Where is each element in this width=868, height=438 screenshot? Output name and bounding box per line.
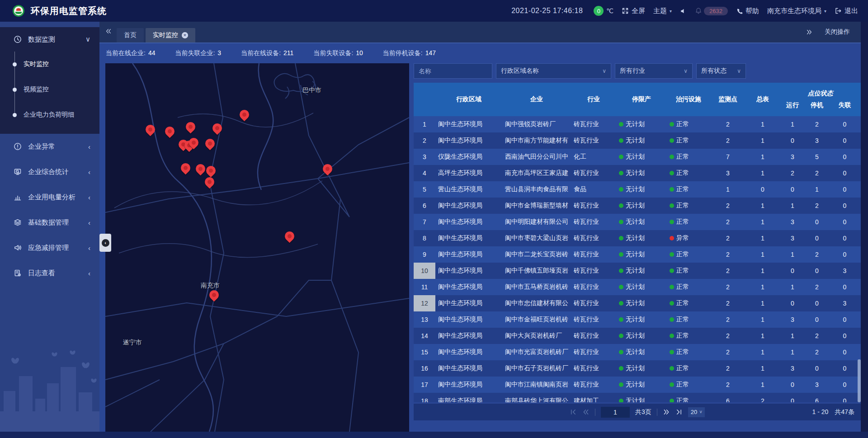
enterprise-cell: 阆中市金博瑞新型墙材	[502, 198, 571, 214]
table-row[interactable]: 7阆中生态环境局阆中明阳建材有限公司砖瓦行业无计划正常21300	[414, 214, 861, 230]
table-row[interactable]: 15阆中生态环境局阆中市光富页岩机砖厂砖瓦行业无计划正常21120	[414, 344, 861, 360]
lost-cell: 0	[829, 116, 861, 132]
stop-cell: 0	[805, 230, 829, 246]
stat-value: 3	[217, 49, 221, 57]
facility-status-cell: 正常	[667, 246, 710, 263]
lost-cell: 0	[829, 230, 861, 246]
temperature-unit: ℃	[606, 7, 613, 14]
page-size-select[interactable]: 20 ˅	[688, 407, 705, 417]
table-scrollbar-thumb[interactable]	[858, 359, 861, 402]
column-header-industry: 行业	[571, 83, 616, 116]
table-row[interactable]: 5营山生态环境局营山县润丰肉食品有限食品无计划正常10010	[414, 181, 861, 198]
next-page-button[interactable]	[663, 409, 670, 415]
table-row[interactable]: 14阆中生态环境局阆中大兴页岩机砖厂砖瓦行业无计划正常21120	[414, 328, 861, 344]
chevron-collapsed-icon: ‹	[88, 269, 90, 277]
tab-close-icon[interactable]: ✕	[182, 32, 188, 38]
run-cell: 3	[780, 311, 805, 328]
region-cell: 南部生态环境局	[435, 393, 502, 402]
sidebar-subitem[interactable]: 企业电力负荷明细	[0, 102, 99, 127]
table-row[interactable]: 8阆中生态环境局阆中市枣碧大梁山页岩砖瓦行业无计划异常21300	[414, 230, 861, 246]
table-row[interactable]: 11阆中生态环境局阆中市五马桥页岩机砖砖瓦行业无计划正常21120	[414, 279, 861, 295]
lost-cell: 0	[829, 377, 861, 393]
industry-filter-select[interactable]: 所有行业 ∨	[615, 63, 693, 79]
first-page-button[interactable]	[570, 409, 577, 415]
table-row[interactable]: 3仪陇生态环境局西南油气田分公司川中化工无计划正常71350	[414, 149, 861, 165]
table-row[interactable]: 10阆中生态环境局阆中千佛镇五郎垭页岩砖瓦行业无计划正常21003	[414, 263, 861, 279]
stop-cell: 0	[805, 295, 829, 311]
table-row[interactable]: 13阆中生态环境局阆中市金福旺页岩机砖砖瓦行业无计划正常21300	[414, 311, 861, 328]
status-dot-icon	[670, 366, 674, 371]
table-row[interactable]: 2阆中生态环境局阆中市南方节能建材有砖瓦行业无计划正常21030	[414, 132, 861, 149]
industry-cell: 砖瓦行业	[571, 263, 616, 279]
stop-cell: 0	[805, 311, 829, 328]
sidebar-item-board[interactable]: 企业综合统计‹	[0, 159, 99, 184]
chevron-down-icon: ▾	[670, 9, 672, 14]
run-cell: 1	[780, 198, 805, 214]
points-cell: 2	[710, 230, 745, 246]
sidebar-item-chart[interactable]: 企业用电量分析‹	[0, 184, 99, 210]
tab-item[interactable]: 首页	[117, 28, 144, 42]
map-collapse-handle[interactable]: ‹	[99, 234, 111, 252]
close-operations-button[interactable]: 关闭操作	[825, 28, 850, 36]
region-cell: 仪陇生态环境局	[435, 149, 502, 165]
table-row[interactable]: 12阆中生态环境局阆中市忠信建材有限公砖瓦行业无计划正常21003	[414, 295, 861, 311]
table-row[interactable]: 16阆中生态环境局阆中市石子页岩机砖厂砖瓦行业无计划正常21300	[414, 360, 861, 377]
region-filter-select[interactable]: 行政区域名称 ∨	[496, 63, 611, 79]
sidebar-item-log[interactable]: 日志查看‹	[0, 260, 99, 286]
row-number-cell: 8	[414, 230, 435, 246]
notification-count-badge: 2632	[704, 7, 728, 15]
table-row[interactable]: 18南部生态环境局南部县砖华上河有限公建材加工无计划正常62060	[414, 393, 861, 402]
sidebar-subitem[interactable]: 视频监控	[0, 77, 99, 102]
stop-cell: 2	[805, 165, 829, 181]
table-row[interactable]: 4高坪生态环境局南充市高坪区王家店建砖瓦行业无计划正常31220	[414, 165, 861, 181]
sidebar-item-alert[interactable]: 企业异常‹	[0, 134, 99, 159]
run-cell: 1	[780, 246, 805, 263]
fullscreen-button[interactable]: 全屏	[622, 7, 645, 15]
table-row[interactable]: 17阆中生态环境局阆中市江南镇阆南页岩砖瓦行业无计划正常21030	[414, 377, 861, 393]
stat-item: 当前在线企业:44	[106, 49, 155, 57]
facility-status-cell: 正常	[667, 214, 710, 230]
stat-label: 当前失联设备:	[313, 49, 353, 57]
sidebar-item-gauge[interactable]: 数据监测∨	[0, 27, 99, 52]
sidebar-subitem[interactable]: 实时监控	[0, 52, 99, 77]
page-scrollbar-track[interactable]	[861, 22, 868, 438]
map[interactable]: 巴中市南充市遂宁市	[105, 63, 409, 432]
status-dot-icon	[619, 138, 623, 143]
theme-dropdown[interactable]: 主题 ▾	[653, 7, 672, 15]
table-row[interactable]: 1阆中生态环境局阆中强锐页岩砖厂砖瓦行业无计划正常21120	[414, 116, 861, 132]
stop-cell: 0	[805, 360, 829, 377]
volume-button[interactable]	[680, 8, 687, 14]
status-dot-icon	[670, 334, 674, 338]
last-page-button[interactable]	[675, 409, 683, 415]
facility-status-cell: 正常	[667, 263, 710, 279]
tabs-scroll-left-button[interactable]	[105, 28, 112, 36]
table-row[interactable]: 6阆中生态环境局阆中市金博瑞新型墙材砖瓦行业无计划正常21120	[414, 198, 861, 214]
tabs-scroll-right-button[interactable]	[806, 29, 813, 35]
table-row[interactable]: 9阆中生态环境局阆中市二龙长宝页岩砖砖瓦行业无计划正常21120	[414, 246, 861, 263]
org-dropdown[interactable]: 南充市生态环境局 ▾	[767, 7, 826, 15]
enterprise-cell: 阆中市二龙长宝页岩砖	[502, 246, 571, 263]
enterprise-cell: 阆中市南方节能建材有	[502, 132, 571, 149]
region-cell: 营山生态环境局	[435, 181, 502, 198]
page-number-input[interactable]	[601, 407, 630, 418]
sidebar-item-megaphone[interactable]: 应急减排管理‹	[0, 235, 99, 260]
sidebar-item-layers[interactable]: 基础数据管理‹	[0, 210, 99, 235]
name-filter-field[interactable]	[414, 63, 492, 79]
row-number-cell: 18	[414, 393, 435, 402]
meter-cell: 1	[745, 295, 780, 311]
notifications-button[interactable]: 2632	[695, 7, 728, 15]
status-filter-select[interactable]: 所有状态 ∨	[696, 63, 746, 79]
status-dot-icon	[670, 122, 674, 127]
tab-active[interactable]: 实时监控✕	[146, 28, 195, 42]
prev-page-button[interactable]	[582, 409, 590, 415]
sidebar-item-label: 应急减排管理	[28, 244, 69, 252]
logout-button[interactable]: 退出	[835, 7, 858, 15]
status-dot-icon	[619, 301, 623, 306]
help-button[interactable]: 帮助	[736, 7, 759, 15]
lost-cell: 0	[829, 214, 861, 230]
run-cell: 2	[780, 165, 805, 181]
industry-cell: 砖瓦行业	[571, 311, 616, 328]
megaphone-icon	[14, 244, 22, 252]
enterprise-cell: 阆中市五马桥页岩机砖	[502, 279, 571, 295]
name-filter-input[interactable]	[419, 67, 487, 75]
